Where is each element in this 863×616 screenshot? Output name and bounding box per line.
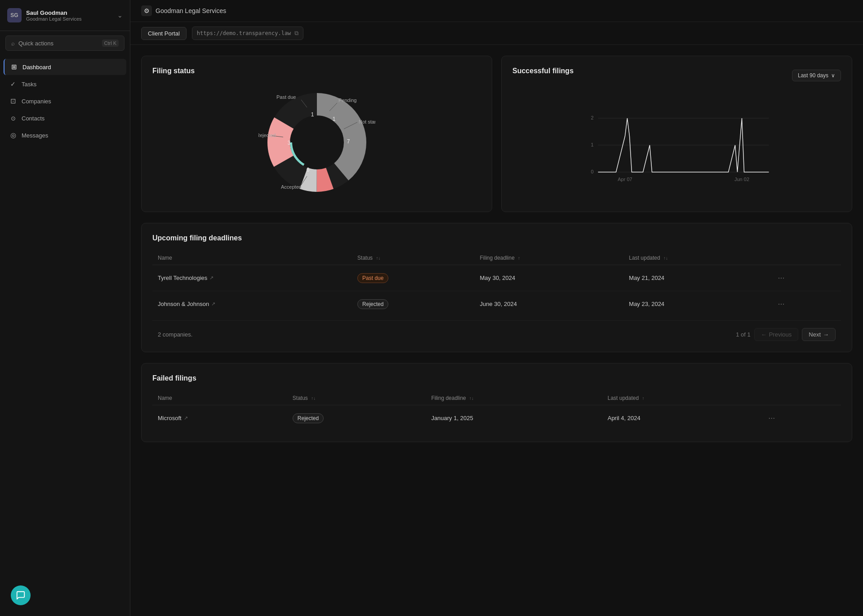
filing-status-title: Filing status xyxy=(152,67,481,75)
col-deadline-failed[interactable]: Filing deadline ↑↓ xyxy=(426,391,602,405)
sort-icon-status-failed: ↑↓ xyxy=(311,396,316,401)
quick-actions-button[interactable]: ⌕ Quick actions Ctrl K xyxy=(5,35,125,51)
chat-bubble-button[interactable] xyxy=(11,585,31,605)
col-actions-failed xyxy=(759,391,841,405)
failed-filings-card: Failed filings Name Status ↑↓ Filing dea… xyxy=(141,363,852,442)
sort-icon-deadline: ↑ xyxy=(518,256,520,261)
dashboard-icon: ⊞ xyxy=(10,63,18,71)
count-not-started: 7 xyxy=(347,138,350,145)
status-badge-past-due: Past due xyxy=(357,273,388,283)
successful-filings-card: Successful filings Last 90 days ∨ 0 1 2 xyxy=(501,56,852,212)
upcoming-deadlines-table: Name Status ↑↓ Filing deadline ↑ Last up… xyxy=(152,251,841,317)
user-name: Saul Goodman xyxy=(26,9,113,16)
more-button-microsoft[interactable]: ··· xyxy=(765,412,778,425)
cell-name-tyrell: Tyrell Technologies ↗ xyxy=(152,265,352,291)
svg-text:Apr 07: Apr 07 xyxy=(618,177,632,182)
k-key: K xyxy=(113,40,116,46)
main-content: ⚙ Goodman Legal Services Client Portal h… xyxy=(130,0,863,616)
count-accepted: 6 xyxy=(306,167,309,173)
table-footer: 2 companies. 1 of 1 ← Previous Next → xyxy=(152,320,841,341)
cell-status-tyrell: Past due xyxy=(352,265,474,291)
search-icon: ⌕ xyxy=(11,40,15,47)
previous-button[interactable]: ← Previous xyxy=(754,328,799,341)
sidebar: SG Saul Goodman Goodman Legal Services ⌄… xyxy=(0,0,130,616)
cell-status-jj: Rejected xyxy=(352,291,474,317)
table-row: Microsoft ↗ Rejected January 1, 2025 Apr… xyxy=(152,405,841,431)
client-portal-tab[interactable]: Client Portal xyxy=(141,27,187,40)
col-status-failed[interactable]: Status ↑↓ xyxy=(287,391,426,405)
nav-menu: ⊞ Dashboard ✓ Tasks ⊡ Companies ⊙ Contac… xyxy=(0,55,130,147)
user-company: Goodman Legal Services xyxy=(26,16,113,22)
filing-status-card: Filing status xyxy=(141,56,492,212)
cell-updated-tyrell: May 21, 2024 xyxy=(623,265,769,291)
copy-icon[interactable]: ⧉ xyxy=(294,30,298,37)
svg-text:0: 0 xyxy=(591,169,593,174)
nav-label-messages: Messages xyxy=(22,132,48,139)
chevron-down-icon: ⌄ xyxy=(117,12,123,19)
cell-more-jj: ··· xyxy=(769,291,841,317)
user-section[interactable]: SG Saul Goodman Goodman Legal Services ⌄ xyxy=(0,0,130,31)
ctrl-key: Ctrl xyxy=(104,40,112,46)
col-deadline[interactable]: Filing deadline ↑ xyxy=(474,251,623,265)
period-dropdown[interactable]: Last 90 days ∨ xyxy=(792,70,841,81)
table-body-failed: Microsoft ↗ Rejected January 1, 2025 Apr… xyxy=(152,405,841,431)
col-updated[interactable]: Last updated ↑↓ xyxy=(623,251,769,265)
label-accepted: Accepted xyxy=(281,184,302,190)
url-text: https://demo.transparency.law xyxy=(197,30,291,36)
company-link-tyrell[interactable]: Tyrell Technologies ↗ xyxy=(158,275,347,281)
messages-icon: ◎ xyxy=(9,131,17,139)
more-button-tyrell[interactable]: ··· xyxy=(774,271,788,284)
sidebar-item-tasks[interactable]: ✓ Tasks xyxy=(4,76,126,92)
more-button-jj[interactable]: ··· xyxy=(774,297,788,310)
external-link-icon: ↗ xyxy=(209,275,214,281)
nav-label-companies: Companies xyxy=(22,98,51,105)
company-link-jj[interactable]: Johnson & Johnson ↗ xyxy=(158,301,347,307)
cell-deadline-jj: June 30, 2024 xyxy=(474,291,623,317)
cell-deadline-tyrell: May 30, 2024 xyxy=(474,265,623,291)
upcoming-deadlines-title: Upcoming filing deadlines xyxy=(152,234,841,242)
sort-icon-status: ↑↓ xyxy=(376,256,380,261)
donut-hole xyxy=(292,118,342,167)
col-name-failed[interactable]: Name xyxy=(152,391,287,405)
sort-icon-updated-failed: ↑ xyxy=(642,396,644,401)
sidebar-item-dashboard[interactable]: ⊞ Dashboard xyxy=(4,59,126,75)
cell-status-microsoft: Rejected xyxy=(287,405,426,431)
cell-updated-microsoft: April 4, 2024 xyxy=(602,405,759,431)
topbar-title: Goodman Legal Services xyxy=(156,7,226,14)
filing-status-chart: Not started Pending Past due Rejected Ac… xyxy=(152,84,481,201)
topbar: ⚙ Goodman Legal Services xyxy=(130,0,863,22)
col-status[interactable]: Status ↑↓ xyxy=(352,251,474,265)
table-header: Name Status ↑↓ Filing deadline ↑ Last up… xyxy=(152,251,841,265)
status-badge-rejected-microsoft: Rejected xyxy=(293,413,324,423)
period-label: Last 90 days xyxy=(798,72,828,79)
svg-text:1: 1 xyxy=(591,142,593,147)
table-row: Johnson & Johnson ↗ Rejected June 30, 20… xyxy=(152,291,841,317)
client-portal-bar: Client Portal https://demo.transparency.… xyxy=(130,22,863,45)
nav-label-dashboard: Dashboard xyxy=(22,64,51,71)
sort-icon-deadline-failed: ↑↓ xyxy=(469,396,474,401)
table-body: Tyrell Technologies ↗ Past due May 30, 2… xyxy=(152,265,841,317)
quick-actions-label: Quick actions xyxy=(18,40,98,47)
url-bar[interactable]: https://demo.transparency.law ⧉ xyxy=(192,27,304,40)
col-actions xyxy=(769,251,841,265)
sidebar-item-contacts[interactable]: ⊙ Contacts xyxy=(4,110,126,126)
charts-row: Filing status xyxy=(141,56,852,212)
sidebar-item-companies[interactable]: ⊡ Companies xyxy=(4,93,126,109)
next-button[interactable]: Next → xyxy=(802,328,836,341)
donut-chart: Not started Pending Past due Rejected Ac… xyxy=(258,84,375,201)
col-updated-failed[interactable]: Last updated ↑ xyxy=(602,391,759,405)
successful-filings-title: Successful filings xyxy=(512,67,574,75)
keyboard-shortcut: Ctrl K xyxy=(102,40,119,47)
upcoming-deadlines-card: Upcoming filing deadlines Name Status ↑↓… xyxy=(141,223,852,352)
arrow-left-icon: ← xyxy=(761,331,767,338)
label-pending: Pending xyxy=(338,97,356,103)
successful-filings-header: Successful filings Last 90 days ∨ xyxy=(512,67,841,84)
sidebar-item-messages[interactable]: ◎ Messages xyxy=(4,127,126,143)
company-link-microsoft[interactable]: Microsoft ↗ xyxy=(158,415,282,421)
external-link-icon: ↗ xyxy=(184,415,188,421)
svg-text:Jun 02: Jun 02 xyxy=(734,177,749,182)
col-name[interactable]: Name xyxy=(152,251,352,265)
contacts-icon: ⊙ xyxy=(9,114,17,122)
label-not-started: Not started xyxy=(359,119,375,124)
table-row: Tyrell Technologies ↗ Past due May 30, 2… xyxy=(152,265,841,291)
